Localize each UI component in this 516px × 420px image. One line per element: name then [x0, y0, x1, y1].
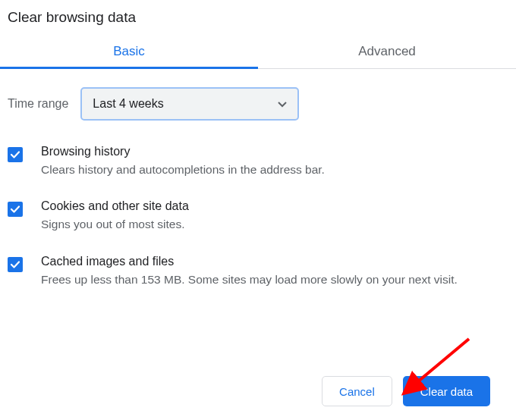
tab-advanced[interactable]: Advanced [258, 36, 516, 68]
options-list: Browsing history Clears history and auto… [0, 127, 516, 299]
time-range-select[interactable]: Last 4 weeks [80, 87, 299, 121]
option-browsing-history: Browsing history Clears history and auto… [8, 134, 508, 189]
check-icon [10, 149, 20, 160]
dialog-footer: Cancel Clear data [322, 376, 490, 406]
check-icon [10, 204, 20, 215]
option-desc: Signs you out of most sites. [41, 216, 508, 233]
option-desc: Frees up less than 153 MB. Some sites ma… [41, 271, 508, 288]
option-cookies: Cookies and other site data Signs you ou… [8, 189, 508, 243]
option-desc: Clears history and autocompletions in th… [41, 161, 508, 178]
checkbox-cache[interactable] [8, 257, 23, 272]
chevron-down-icon [278, 97, 287, 111]
dialog-title: Clear browsing data [0, 0, 516, 36]
option-title: Browsing history [41, 145, 508, 158]
tab-strip: Basic Advanced [0, 36, 516, 69]
option-title: Cached images and files [41, 255, 508, 268]
option-title: Cookies and other site data [41, 199, 508, 213]
time-range-value: Last 4 weeks [93, 97, 163, 111]
time-range-label: Time range [8, 97, 68, 111]
checkbox-browsing-history[interactable] [8, 147, 23, 162]
checkbox-cookies[interactable] [8, 202, 23, 217]
check-icon [10, 259, 20, 270]
tab-basic[interactable]: Basic [0, 36, 258, 68]
cancel-button[interactable]: Cancel [322, 376, 392, 406]
clear-data-button[interactable]: Clear data [403, 376, 490, 406]
time-range-row: Time range Last 4 weeks [0, 69, 516, 127]
option-cache: Cached images and files Frees up less th… [8, 244, 508, 299]
